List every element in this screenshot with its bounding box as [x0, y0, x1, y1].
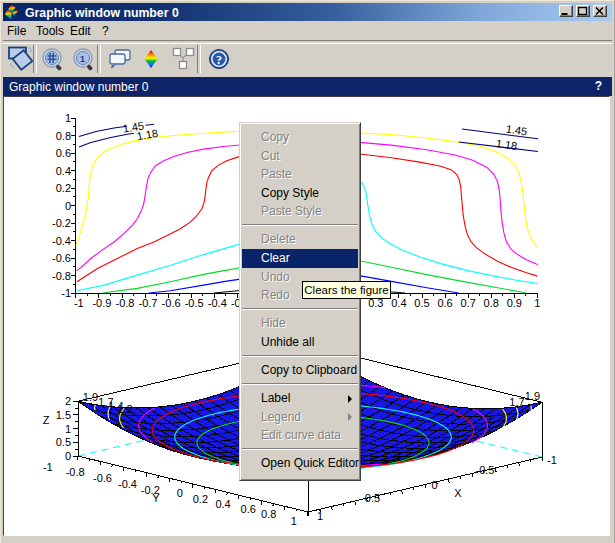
- svg-text:0: 0: [177, 487, 183, 499]
- svg-text:1: 1: [317, 510, 323, 522]
- svg-text:0.4: 0.4: [56, 165, 71, 177]
- svg-text:?: ?: [216, 53, 222, 67]
- svg-text:0.4: 0.4: [215, 498, 230, 510]
- svg-text:0.5: 0.5: [56, 436, 71, 448]
- svg-text:1: 1: [65, 423, 71, 435]
- svg-text:-0.2: -0.2: [52, 217, 71, 229]
- svg-text:0.2: 0.2: [56, 182, 71, 194]
- svg-text:0.7: 0.7: [461, 297, 476, 309]
- svg-text:0.8: 0.8: [484, 297, 499, 309]
- svg-text:1.5: 1.5: [56, 409, 71, 421]
- svg-text:-0.6: -0.6: [52, 252, 71, 264]
- svg-text:0.6: 0.6: [56, 147, 71, 159]
- svg-text:1.18: 1.18: [495, 137, 518, 152]
- svg-text:-1: -1: [43, 461, 53, 473]
- svg-text:0.4: 0.4: [391, 297, 406, 309]
- svg-text:-0.7: -0.7: [139, 297, 158, 309]
- svg-text:0.8: 0.8: [56, 130, 71, 142]
- svg-text:-0.4: -0.4: [118, 478, 137, 490]
- svg-text:-0.5: -0.5: [476, 464, 495, 476]
- svg-text:1.2: 1.2: [117, 403, 132, 415]
- svg-text:-0.9: -0.9: [92, 297, 111, 309]
- svg-text:0.5: 0.5: [365, 492, 380, 504]
- svg-text:-0.8: -0.8: [52, 270, 71, 282]
- svg-text:1.9: 1.9: [525, 390, 540, 402]
- svg-text:X: X: [454, 487, 462, 499]
- svg-text:-0.8: -0.8: [116, 297, 135, 309]
- svg-text:1.9: 1.9: [83, 391, 98, 403]
- svg-text:-1: -1: [61, 287, 71, 299]
- svg-text:0: 0: [65, 450, 71, 462]
- svg-text:0.8: 0.8: [261, 508, 276, 520]
- svg-text:1: 1: [65, 112, 71, 124]
- svg-text:-0.6: -0.6: [93, 472, 112, 484]
- svg-text:0: 0: [65, 200, 71, 212]
- svg-text:0.5: 0.5: [414, 297, 429, 309]
- svg-text:0.2: 0.2: [193, 493, 208, 505]
- svg-text:1.18: 1.18: [136, 127, 159, 143]
- svg-text:-0.4: -0.4: [208, 297, 227, 309]
- svg-text:0.6: 0.6: [241, 503, 256, 515]
- svg-text:-1: -1: [74, 297, 84, 309]
- svg-text:1: 1: [534, 297, 540, 309]
- svg-text:0: 0: [432, 479, 438, 491]
- svg-text:0.6: 0.6: [437, 297, 452, 309]
- svg-text:-0.8: -0.8: [66, 466, 85, 478]
- svg-text:-0.5: -0.5: [185, 297, 204, 309]
- svg-text:Z: Z: [43, 414, 50, 426]
- svg-text:0.9: 0.9: [507, 297, 522, 309]
- svg-text:1: 1: [80, 54, 85, 64]
- svg-text:-1: -1: [547, 454, 557, 466]
- svg-text:-0.4: -0.4: [52, 235, 71, 247]
- svg-text:1: 1: [291, 515, 297, 527]
- svg-text:1.7: 1.7: [509, 396, 524, 408]
- svg-text:Y: Y: [152, 492, 160, 504]
- svg-text:2: 2: [65, 395, 71, 407]
- svg-text:-0.6: -0.6: [162, 297, 181, 309]
